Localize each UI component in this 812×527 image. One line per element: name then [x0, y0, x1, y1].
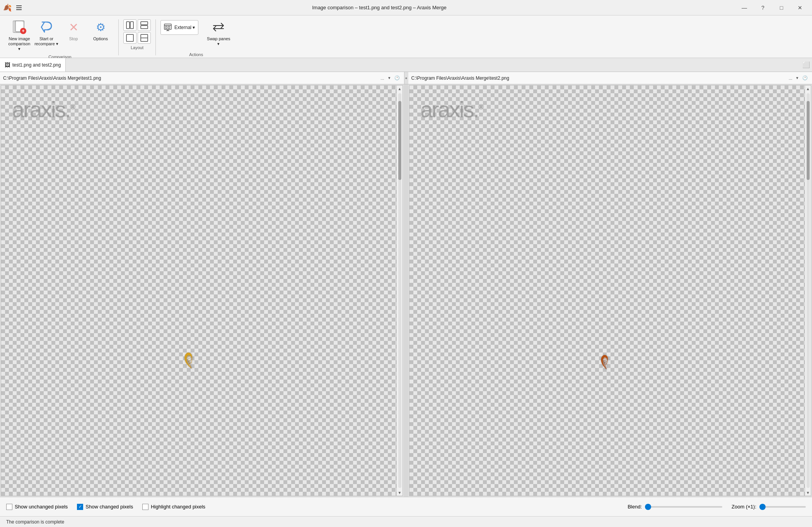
left-path-ellipsis[interactable]: ... [379, 75, 385, 81]
main-content: C:\Program Files\Araxis\Araxis Merge\tes… [0, 72, 812, 527]
layout-buttons [123, 19, 151, 44]
left-scroll-up[interactable]: ▲ [397, 86, 403, 92]
right-checker-bg: araxis.® [409, 86, 811, 496]
left-path-history[interactable]: 🕐 [393, 75, 401, 81]
right-scroll-down[interactable]: ▼ [805, 489, 811, 496]
right-araxis-logo: araxis.® [420, 96, 483, 122]
zoom-label: Zoom (×1): [732, 504, 756, 510]
options-label: Options [93, 36, 108, 41]
left-feather-decoration [179, 349, 200, 374]
app-logo-icon: 🍂 [3, 3, 12, 12]
help-button[interactable]: ? [754, 2, 772, 14]
toolbar-separator-2 [155, 19, 156, 55]
menu-button[interactable] [15, 3, 23, 12]
actions-group-label: Actions [189, 51, 203, 58]
options-button[interactable]: ⚙ Options [87, 17, 114, 43]
new-image-comparison-label: New imagecomparison ▾ [7, 36, 31, 52]
blend-label: Blend: [628, 504, 642, 510]
right-path-text: C:\Program Files\Araxis\Araxis Merge\tes… [411, 75, 786, 81]
show-unchanged-checkbox[interactable] [6, 504, 12, 510]
panes-container: C:\Program Files\Araxis\Araxis Merge\tes… [0, 72, 812, 497]
maximize-button[interactable]: □ [773, 2, 790, 14]
svg-text:+: + [22, 28, 24, 34]
show-changed-checkbox-item[interactable]: Show changed pixels [77, 504, 133, 510]
close-button[interactable]: ✕ [791, 2, 809, 14]
title-bar: 🍂 Image comparison – test1.png and test2… [0, 0, 812, 15]
show-unchanged-checkbox-item[interactable]: Show unchanged pixels [6, 504, 68, 510]
external-button[interactable]: External ▾ [160, 20, 198, 35]
window-controls: — ? □ ✕ [735, 2, 809, 14]
show-unchanged-label: Show unchanged pixels [15, 504, 68, 510]
highlight-changed-label: Highlight changed pixels [151, 504, 205, 510]
external-label: External ▾ [174, 25, 195, 30]
blend-slider[interactable] [645, 506, 722, 508]
layout-single-pane-button[interactable] [123, 32, 136, 44]
status-bar: Show unchanged pixels Show changed pixel… [0, 497, 812, 516]
minimize-button[interactable]: — [735, 2, 753, 14]
left-horizontal-scrollbar[interactable]: ◀ ▶ [1, 496, 403, 496]
status-message-text: The comparison is complete [6, 519, 64, 525]
left-path-dropdown[interactable]: ▾ [387, 75, 392, 81]
svg-rect-15 [168, 26, 170, 29]
tab-expand-button[interactable]: ⬜ [800, 59, 812, 71]
window-title: Image comparison – test1.png and test2.p… [26, 5, 732, 10]
left-image-inner: araxis.® [1, 86, 403, 496]
image-panes: araxis.® [0, 84, 812, 497]
start-or-recompare-label: Start orrecompare ▾ [34, 36, 58, 46]
right-path-history[interactable]: 🕐 [801, 75, 809, 81]
tab-test-images[interactable]: 🖼 test1.png and test2.png [0, 58, 66, 72]
right-image-pane: araxis.® [409, 85, 811, 496]
swap-panes-icon [210, 19, 227, 35]
svg-rect-14 [165, 26, 167, 29]
right-image-inner: araxis.® [409, 86, 811, 496]
layout-group-label: Layout [131, 44, 143, 51]
layout-two-pane-vertical-button[interactable] [138, 19, 151, 31]
stop-label: Stop [69, 36, 78, 41]
svg-rect-8 [141, 26, 148, 29]
tab-label: test1.png and test2.png [12, 62, 61, 68]
right-v-track[interactable] [807, 93, 810, 488]
comparison-buttons: + New imagecomparison ▾ Start orrecompar… [6, 17, 114, 53]
external-icon [164, 24, 172, 31]
right-horizontal-scrollbar[interactable]: ◀ ▶ [409, 496, 811, 496]
right-v-thumb[interactable] [807, 101, 810, 180]
swap-panes-button[interactable]: Swap panes ▾ [205, 17, 232, 48]
right-path-dropdown[interactable]: ▾ [795, 75, 800, 81]
stop-icon: ✕ [65, 19, 82, 35]
status-message-bar: The comparison is complete [0, 516, 812, 527]
zoom-slider-thumb[interactable] [759, 504, 766, 510]
tab-icon: 🖼 [5, 62, 10, 68]
start-or-recompare-button[interactable]: Start orrecompare ▾ [33, 17, 60, 48]
svg-rect-9 [126, 34, 133, 41]
right-scroll-up[interactable]: ▲ [805, 86, 811, 92]
right-path-ellipsis[interactable]: ... [788, 75, 793, 81]
left-vertical-scrollbar[interactable]: ▲ ▼ [396, 86, 403, 496]
new-image-comparison-icon: + [11, 19, 27, 35]
zoom-control: Zoom (×1): [732, 504, 806, 510]
right-vertical-scrollbar[interactable]: ▲ ▼ [805, 86, 811, 496]
new-image-comparison-button[interactable]: + New imagecomparison ▾ [6, 17, 32, 53]
layout-two-pane-horizontal-button[interactable] [123, 19, 136, 31]
options-icon: ⚙ [92, 19, 109, 35]
svg-rect-7 [141, 22, 148, 25]
layout-group: Layout [120, 17, 154, 58]
swap-panes-label: Swap panes ▾ [206, 36, 230, 46]
show-changed-label: Show changed pixels [85, 504, 133, 510]
highlight-changed-checkbox-item[interactable]: Highlight changed pixels [142, 504, 205, 510]
show-changed-checkbox[interactable] [77, 504, 83, 510]
stop-button[interactable]: ✕ Stop [60, 17, 87, 43]
left-checker-bg: araxis.® [1, 86, 403, 496]
left-path-text: C:\Program Files\Araxis\Araxis Merge\tes… [3, 75, 378, 81]
left-path-bar: C:\Program Files\Araxis\Araxis Merge\tes… [0, 72, 404, 84]
layout-other-button[interactable] [138, 32, 151, 44]
left-scroll-down[interactable]: ▼ [397, 489, 403, 496]
zoom-slider[interactable] [759, 506, 806, 508]
comparison-group: + New imagecomparison ▾ Start orrecompar… [3, 17, 117, 58]
left-v-track[interactable] [398, 93, 401, 488]
right-feather-decoration [597, 352, 614, 373]
blend-control: Blend: [628, 504, 722, 510]
highlight-changed-checkbox[interactable] [142, 504, 148, 510]
blend-slider-thumb[interactable] [645, 504, 651, 510]
left-v-thumb[interactable] [398, 101, 401, 180]
actions-buttons: External ▾ Swap panes ▾ [160, 17, 232, 51]
